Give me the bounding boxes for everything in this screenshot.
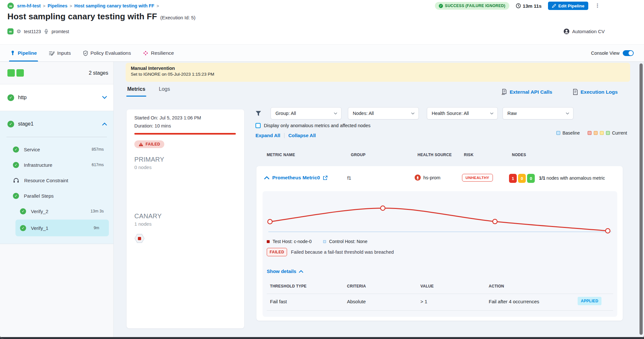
step-duration: 9m <box>94 226 99 230</box>
console-view-control: Console View <box>591 45 634 61</box>
window-bottom-edge <box>0 337 644 339</box>
breadcrumb-pipelines[interactable]: Pipelines <box>48 3 67 8</box>
metric-group-value: f1 <box>347 175 351 181</box>
filter-funnel-icon[interactable] <box>255 111 261 116</box>
test-host-label: Test Host: c-node-0 <box>273 239 312 244</box>
step-verify-2[interactable]: ✓ Verify_2 13m 3s <box>0 203 113 219</box>
pipeline-icon <box>10 51 15 56</box>
vertical-scrollbar[interactable] <box>639 63 643 335</box>
health-source-cell: hs-prom <box>415 174 440 181</box>
expand-all-link[interactable]: Expand All <box>255 133 280 138</box>
test-host-swatch <box>267 240 270 243</box>
chevron-down-icon <box>334 112 337 115</box>
status-badge: ✓ SUCCESS (FAILURE IGNORED) <box>435 2 509 10</box>
canary-block: CANARY 1 nodes <box>134 212 236 243</box>
baseline-current-legend: Baseline Current <box>556 130 627 136</box>
execution-logs-label: Execution Logs <box>581 89 618 95</box>
nodes-filter-dropdown[interactable]: Nodes: All <box>348 107 419 119</box>
divider <box>267 294 613 294</box>
body: 2 stages ✓ http ✓ stage1 <box>0 62 644 339</box>
console-view-toggle[interactable] <box>623 50 634 56</box>
execution-logs-link[interactable]: Execution Logs <box>573 89 618 95</box>
breadcrumb-pipeline-name[interactable]: Host sampling canary testing with FF <box>74 3 154 8</box>
metric-row-card: Prometheus Metric0 f1 <box>256 166 623 321</box>
step-infrastructure[interactable]: ✓ Infrastructure 617ms <box>0 157 113 173</box>
chart-data-point <box>606 229 610 233</box>
more-options-icon[interactable]: ⋮ <box>595 5 599 7</box>
current-swatch-green <box>606 131 610 135</box>
current-swatch-orange <box>594 131 598 135</box>
metric-name-label: Prometheus Metric0 <box>272 175 320 181</box>
elapsed-label: 13m 11s <box>523 3 542 9</box>
edit-pipeline-button[interactable]: Edit Pipeline <box>548 2 588 10</box>
verification-result-row: FAILED Failed because a fail-fast thresh… <box>267 248 394 256</box>
canary-node-hexagon[interactable] <box>134 234 145 243</box>
success-check-icon: ✓ <box>13 193 19 199</box>
show-details-label: Show details <box>267 268 296 274</box>
anomalous-filter-row: Display only anomalous metrics and affec… <box>255 123 370 128</box>
tab-metrics[interactable]: Metrics <box>127 86 145 97</box>
step-label: Verify_1 <box>31 225 48 231</box>
tab-inputs[interactable]: Inputs <box>49 45 71 61</box>
metric-row: Prometheus Metric0 f1 <box>256 174 623 184</box>
health-source-filter-dropdown[interactable]: Health Source: All <box>427 107 498 119</box>
warning-triangle-icon <box>139 142 143 146</box>
collapse-all-link[interactable]: Collapse All <box>288 133 316 138</box>
chevron-up-icon[interactable] <box>102 122 107 126</box>
col-action: ACTION <box>489 284 504 288</box>
col-risk: RISK <box>464 153 474 157</box>
status-badge-label: SUCCESS (FAILURE IGNORED) <box>445 4 505 8</box>
step-duration: 13m 3s <box>91 209 104 213</box>
threshold-type-value: Fail fast <box>270 299 287 304</box>
srm-module-icon: ∞ <box>7 3 14 9</box>
step-service[interactable]: ✓ Service 857ms <box>0 142 113 157</box>
control-host-label: Control Host: None <box>329 239 367 244</box>
external-api-calls-link[interactable]: API External API Calls <box>501 89 552 95</box>
value-value: > 1 <box>420 299 427 304</box>
failed-badge: FAILED <box>267 248 287 256</box>
chevron-up-icon[interactable] <box>264 176 269 179</box>
step-verify-1[interactable]: ✓ Verify_1 9m <box>15 220 109 236</box>
title-row: Host sampling canary testing with FF (Ex… <box>7 12 196 22</box>
tab-logs[interactable]: Logs <box>159 86 170 97</box>
col-threshold-type: THRESHOLD TYPE <box>270 284 307 288</box>
criteria-value: Absolute <box>347 299 366 304</box>
banner-message: Set to IGNORE on 05-Jul-2023 1:15:23 PM <box>131 72 625 77</box>
detail-tabs: Metrics Logs <box>127 86 170 97</box>
step-resource-constraint[interactable]: Resource Constraint <box>0 173 113 188</box>
data-type-dropdown[interactable]: Raw <box>503 107 573 119</box>
divider <box>267 310 613 311</box>
current-swatch-red <box>588 131 591 135</box>
tab-resilience[interactable]: Resilience <box>143 45 174 61</box>
group-filter-dropdown[interactable]: Group: All <box>271 107 341 119</box>
external-link-icon[interactable] <box>323 175 328 180</box>
chevron-down-icon <box>566 112 569 115</box>
sidebar-stage-http[interactable]: ✓ http <box>0 84 113 111</box>
step-label: Infrastructure <box>24 162 52 168</box>
document-icon <box>573 89 578 95</box>
tab-policy-evaluations[interactable]: Policy Evaluations <box>83 45 131 61</box>
user-name: Automation CV <box>572 29 605 34</box>
anomalous-only-checkbox[interactable] <box>255 123 261 128</box>
baseline-swatch <box>556 131 560 135</box>
tab-pipeline[interactable]: Pipeline <box>10 45 37 61</box>
metric-name-link[interactable]: Prometheus Metric0 <box>272 175 328 181</box>
step-parallel-steps[interactable]: ✓ Parallel Steps <box>0 188 113 203</box>
chevron-down-icon[interactable] <box>102 96 107 99</box>
chart-legend: Test Host: c-node-0 Control Host: None <box>267 239 367 244</box>
sidebar-stage-stage1[interactable]: ✓ stage1 <box>0 111 113 137</box>
node-count-healthy: 0 <box>527 174 535 183</box>
col-nodes: NODES <box>512 153 526 157</box>
failed-status-badge: FAILED <box>134 140 164 148</box>
breadcrumb-project[interactable]: srm-hf-test <box>17 3 41 8</box>
success-check-icon: ✓ <box>13 146 19 153</box>
success-check-icon: ✓ <box>20 208 26 214</box>
banner-title: Manual Intervention <box>131 66 625 71</box>
header-actions: ✓ SUCCESS (FAILURE IGNORED) 13m 11s Edit… <box>435 2 599 10</box>
step-label: Service <box>24 147 40 152</box>
show-details-link[interactable]: Show details <box>267 268 303 274</box>
chevron-down-icon <box>411 112 415 115</box>
anomalous-only-label: Display only anomalous metrics and affec… <box>264 123 370 128</box>
canary-node-count: 1 nodes <box>134 221 236 227</box>
nodes-summary-text: nodes with anomalous metric <box>546 175 605 181</box>
